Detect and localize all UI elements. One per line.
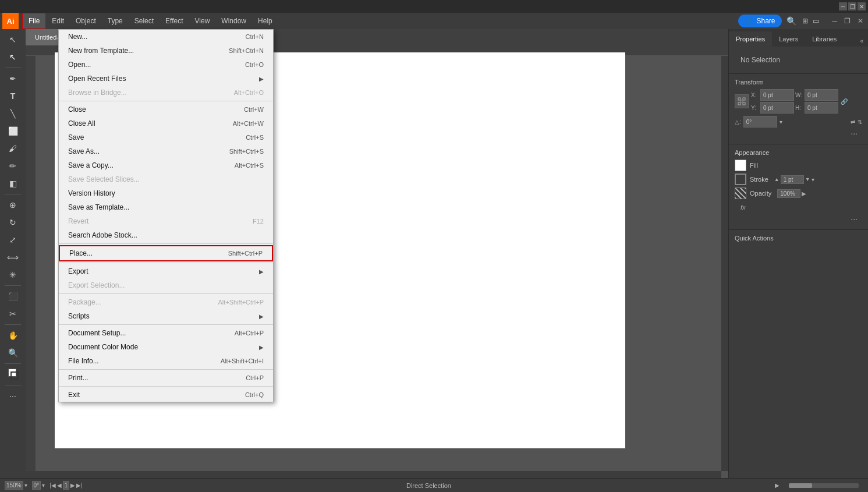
single-view-icon[interactable]: ▭ [812, 16, 820, 26]
fill-swatch[interactable] [735, 160, 746, 171]
y-field[interactable]: 0 pt [760, 102, 794, 114]
tool-zoom[interactable]: 🔍 [3, 345, 22, 361]
menu-export[interactable]: Export ▶ [59, 264, 273, 278]
tool-more[interactable]: ··· [3, 388, 22, 404]
menu-type[interactable]: Type [102, 13, 129, 29]
tool-slice[interactable]: ✂ [3, 306, 22, 322]
next-artboard-btn[interactable]: ▶ [70, 482, 75, 489]
menu-save-copy[interactable]: Save a Copy... Alt+Ctrl+S [59, 158, 273, 172]
chain-icon[interactable]: 🔗 [841, 98, 848, 105]
tool-pencil[interactable]: ✏ [3, 158, 22, 174]
tool-pen[interactable]: ✒ [3, 70, 22, 87]
menu-view[interactable]: View [189, 13, 216, 29]
restore-button[interactable]: ❐ [848, 2, 856, 10]
menu-effect[interactable]: Effect [160, 13, 189, 29]
tool-line[interactable]: ╲ [3, 105, 22, 122]
menu-search-stock[interactable]: Search Adobe Stock... [59, 228, 273, 242]
tool-type[interactable]: T [3, 88, 22, 104]
tool-gradient[interactable]: ◧ [3, 175, 22, 192]
stroke-dropdown-arrow[interactable]: ▾ [812, 176, 814, 183]
menu-help[interactable]: Help [252, 13, 278, 29]
tool-width[interactable]: ⟺ [3, 249, 22, 266]
menu-package-shortcut: Alt+Shift+Ctrl+P [218, 299, 264, 306]
last-artboard-btn[interactable]: ▶| [76, 482, 83, 489]
tab-properties[interactable]: Properties [729, 31, 772, 47]
first-artboard-btn[interactable]: |◀ [49, 482, 56, 489]
transform-anchor-icon[interactable] [735, 94, 749, 108]
transform-more-button[interactable]: ··· [735, 128, 862, 139]
menu-scripts[interactable]: Scripts ▶ [59, 309, 273, 323]
win-restore-btn[interactable]: ❐ [842, 17, 853, 25]
tool-fill-stroke[interactable] [3, 366, 22, 383]
win-minimize-btn[interactable]: ─ [830, 17, 839, 25]
menu-file[interactable]: File [22, 13, 46, 29]
stroke-swatch[interactable] [735, 174, 746, 185]
tool-hand[interactable]: ✋ [3, 327, 22, 344]
angle-dropdown[interactable]: ▾ [780, 119, 782, 125]
tool-select[interactable]: ↖ [3, 31, 22, 48]
tool-rotate[interactable]: ↻ [3, 214, 22, 231]
tool-artboard[interactable]: ⬛ [3, 288, 22, 305]
menu-save[interactable]: Save Ctrl+S [59, 130, 273, 144]
win-close-btn[interactable]: ✕ [855, 17, 866, 25]
opacity-value[interactable]: 100% [777, 189, 800, 198]
scrollbar-vertical[interactable] [721, 56, 728, 471]
menu-save-template[interactable]: Save as Template... [59, 200, 273, 214]
menu-version-history[interactable]: Version History [59, 186, 273, 200]
w-field[interactable]: 0 pt [805, 89, 838, 101]
stroke-down-arrow[interactable]: ▼ [805, 176, 810, 182]
zoom-input[interactable]: 150% [5, 481, 23, 490]
prev-artboard-btn[interactable]: ◀ [57, 482, 62, 489]
menu-new-from-template[interactable]: New from Template... Shift+Ctrl+N [59, 44, 273, 58]
tab-layers[interactable]: Layers [772, 31, 805, 47]
menu-doc-color-mode[interactable]: Document Color Mode ▶ [59, 340, 273, 354]
close-button[interactable]: ✕ [858, 2, 866, 10]
angle-input[interactable]: 0° [32, 481, 41, 490]
tool-info-arrow[interactable]: ▶ [775, 482, 780, 489]
menu-save-selected-slices: Save Selected Slices... [59, 172, 273, 186]
scrollbar-horizontal[interactable] [26, 471, 721, 478]
flip-h-icon[interactable]: ⇌ [851, 119, 855, 125]
menu-close-all[interactable]: Close All Alt+Ctrl+W [59, 116, 273, 130]
menu-select[interactable]: Select [129, 13, 160, 29]
stroke-value[interactable]: 1 pt [781, 175, 804, 184]
tool-rect[interactable]: ⬜ [3, 123, 22, 139]
tool-symbol-spray[interactable]: ✳ [3, 267, 22, 283]
scroll-thumb[interactable] [789, 483, 812, 488]
appearance-title: Appearance [735, 149, 862, 156]
minimize-button[interactable]: ─ [839, 2, 847, 10]
share-button[interactable]: 👤 Share [738, 15, 782, 27]
menu-edit[interactable]: Edit [46, 13, 70, 29]
menu-open-recent[interactable]: Open Recent Files ▶ [59, 72, 273, 86]
x-field[interactable]: 0 pt [760, 89, 794, 101]
zoom-dropdown-arrow[interactable]: ▾ [24, 482, 27, 489]
menu-document-setup[interactable]: Document Setup... Alt+Ctrl+P [59, 326, 273, 340]
menu-exit[interactable]: Exit Ctrl+Q [59, 388, 273, 402]
flip-v-icon[interactable]: ⇅ [858, 119, 862, 125]
angle-field[interactable]: 0° [743, 116, 777, 128]
grid-view-icon[interactable]: ⊞ [801, 16, 809, 26]
artboard-input[interactable]: 1 [63, 481, 70, 490]
menu-save-as[interactable]: Save As... Shift+Ctrl+S [59, 144, 273, 158]
angle-dropdown-arrow[interactable]: ▾ [42, 482, 45, 489]
menu-close[interactable]: Close Ctrl+W [59, 102, 273, 116]
tool-direct-select[interactable]: ↖ [3, 49, 22, 65]
appearance-more-button[interactable]: ··· [735, 213, 862, 225]
search-icon[interactable]: 🔍 [786, 16, 796, 26]
opacity-expand-arrow[interactable]: ▶ [802, 190, 806, 197]
tool-paintbrush[interactable]: 🖌 [3, 140, 22, 157]
menu-print[interactable]: Print... Ctrl+P [59, 371, 273, 385]
menu-open[interactable]: Open... Ctrl+O [59, 58, 273, 72]
tool-blend[interactable]: ⊕ [3, 197, 22, 213]
menu-file-info[interactable]: File Info... Alt+Shift+Ctrl+I [59, 354, 273, 368]
tab-libraries[interactable]: Libraries [805, 31, 844, 47]
menu-export-selection: Export Selection... [59, 278, 273, 292]
h-field[interactable]: 0 pt [805, 102, 838, 114]
menu-place[interactable]: Place... Shift+Ctrl+P [59, 245, 273, 261]
stroke-up-arrow[interactable]: ▲ [774, 176, 780, 182]
menu-new[interactable]: New... Ctrl+N [59, 30, 273, 44]
tool-warp[interactable]: ⤢ [3, 232, 22, 248]
collapse-panel-button[interactable]: « [858, 36, 866, 47]
menu-object[interactable]: Object [70, 13, 102, 29]
menu-window[interactable]: Window [215, 13, 252, 29]
